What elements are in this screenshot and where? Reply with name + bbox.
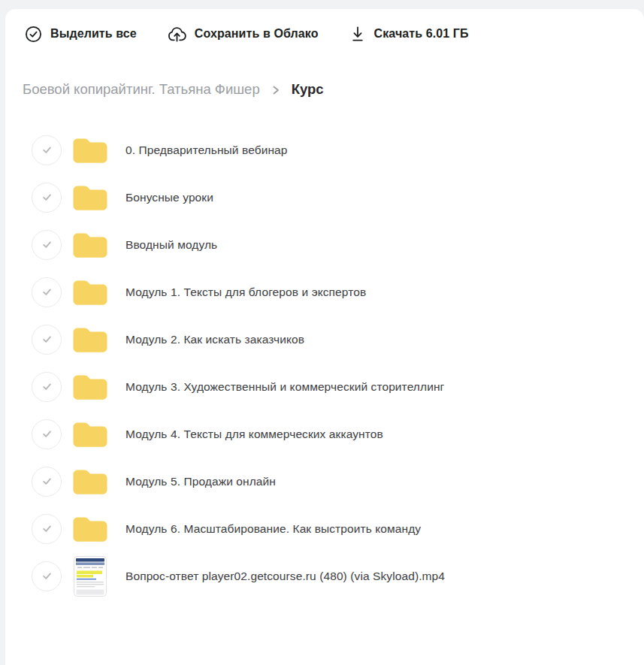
row-checkbox[interactable] — [32, 372, 62, 402]
folder-icon — [72, 420, 108, 448]
check-icon — [41, 191, 53, 204]
file-name: Бонусные уроки — [125, 191, 213, 204]
row-checkbox[interactable] — [32, 467, 62, 497]
file-name: Вводный модуль — [125, 238, 217, 252]
list-item[interactable]: Вводный модуль — [5, 221, 644, 268]
row-checkbox[interactable] — [32, 230, 62, 260]
row-checkbox[interactable] — [32, 135, 62, 165]
select-all-button[interactable]: Выделить все — [24, 25, 137, 44]
folder-icon — [72, 373, 108, 401]
download-button[interactable]: Скачать 6.01 ГБ — [349, 25, 469, 44]
row-checkbox[interactable] — [32, 514, 62, 544]
row-checkbox[interactable] — [32, 325, 62, 355]
list-item[interactable]: Модуль 2. Как искать заказчиков — [5, 316, 644, 363]
save-to-cloud-button[interactable]: Сохранить в Облако — [167, 25, 319, 44]
breadcrumb-current: Курс — [292, 81, 324, 98]
file-name: Модуль 3. Художественный и коммерческий … — [125, 380, 444, 394]
check-icon — [41, 144, 53, 156]
list-item[interactable]: Бонусные уроки — [5, 174, 644, 221]
check-icon — [41, 570, 53, 582]
row-checkbox[interactable] — [32, 419, 62, 449]
folder-icon — [72, 278, 108, 306]
file-name: Модуль 4. Тексты для коммерческих аккаун… — [125, 428, 383, 441]
folder-icon — [72, 136, 108, 164]
file-name: 0. Предварительный вебинар — [125, 144, 288, 157]
list-item[interactable]: 0. Предварительный вебинар — [5, 126, 644, 174]
row-checkbox[interactable] — [32, 561, 62, 591]
select-all-label: Выделить все — [50, 27, 137, 41]
file-list: 0. Предварительный вебинар Бонусные урок… — [5, 126, 644, 600]
list-item[interactable]: Модуль 1. Тексты для блогеров и эксперто… — [5, 268, 644, 316]
content-card: Выделить все Сохранить в Облако Скач — [5, 9, 644, 665]
folder-icon — [72, 231, 108, 258]
chevron-right-icon — [271, 84, 281, 96]
folder-icon — [72, 325, 108, 353]
cloud-upload-icon — [167, 25, 187, 44]
list-item[interactable]: Модуль 3. Художественный и коммерческий … — [5, 363, 644, 410]
row-checkbox[interactable] — [32, 277, 62, 307]
check-circle-icon — [24, 25, 43, 44]
folder-icon — [72, 467, 108, 495]
folder-icon — [72, 183, 108, 211]
folder-icon — [72, 515, 108, 543]
download-icon — [349, 25, 367, 44]
breadcrumb: Боевой копирайтинг. Татьяна Фишер Курс — [5, 80, 644, 99]
file-name: Модуль 5. Продажи онлайн — [125, 475, 276, 488]
list-item[interactable]: Модуль 4. Тексты для коммерческих аккаун… — [5, 410, 644, 458]
check-icon — [41, 428, 53, 440]
check-icon — [41, 286, 53, 298]
check-icon — [41, 380, 53, 393]
list-item[interactable]: Модуль 6. Масштабирование. Как выстроить… — [5, 505, 644, 552]
file-name: Модуль 1. Тексты для блогеров и эксперто… — [125, 286, 366, 299]
save-to-cloud-label: Сохранить в Облако — [195, 27, 319, 41]
breadcrumb-parent[interactable]: Боевой копирайтинг. Татьяна Фишер — [23, 81, 260, 98]
download-label: Скачать 6.01 ГБ — [374, 27, 469, 41]
file-name: Вопрос-ответ player02.getcourse.ru (480)… — [125, 570, 445, 583]
file-name: Модуль 2. Как искать заказчиков — [125, 333, 304, 346]
check-icon — [41, 238, 53, 251]
check-icon — [41, 522, 53, 535]
list-item[interactable]: Вопрос-ответ player02.getcourse.ru (480)… — [5, 552, 644, 600]
video-page-thumbnail — [74, 556, 107, 597]
check-icon — [41, 475, 53, 488]
row-checkbox[interactable] — [32, 183, 62, 213]
check-icon — [41, 333, 53, 346]
list-item[interactable]: Модуль 5. Продажи онлайн — [5, 458, 644, 505]
toolbar: Выделить все Сохранить в Облако Скач — [5, 23, 644, 45]
file-name: Модуль 6. Масштабирование. Как выстроить… — [125, 522, 421, 536]
